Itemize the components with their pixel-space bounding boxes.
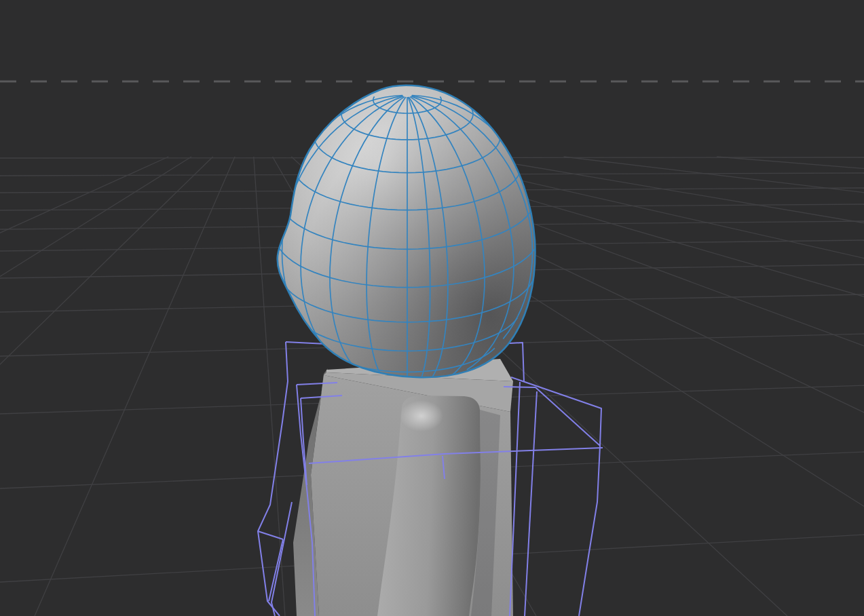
3d-viewport[interactable] [0, 0, 864, 616]
scene-canvas [0, 0, 864, 616]
slab-top-highlight [400, 400, 443, 431]
